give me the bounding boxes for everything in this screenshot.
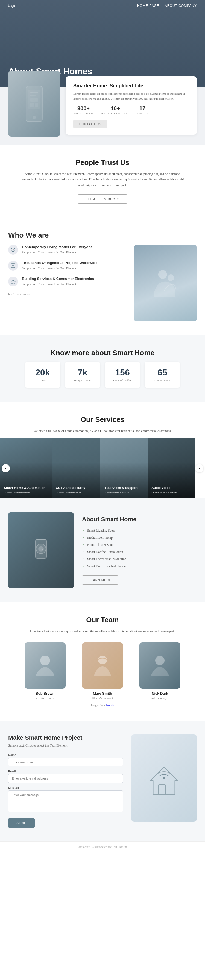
contact-grid: Make Smart Home Project Sample text. Cli… <box>8 734 197 827</box>
stat-awards: 17 AWARDS <box>137 105 148 115</box>
contact-image-inner <box>131 734 197 822</box>
footer-text: Sample text. Click to select the Text El… <box>78 845 128 848</box>
service-card-3: IT Services & Support Ut enim ad minim v… <box>100 438 147 498</box>
team-freepik-note: Images from Freepik <box>8 704 197 707</box>
hero-stats: 300+ HAPPY CLIENTS 10+ YEARS OF EXPERIEN… <box>73 105 189 115</box>
svg-rect-3 <box>30 92 38 93</box>
service-content-1: Smart Home & Automation Ut enim ad minim… <box>0 482 52 498</box>
contact-button[interactable]: CONTACT US <box>73 120 107 128</box>
our-team-title: Our Team <box>8 616 197 624</box>
check-icon-5: ✓ <box>82 557 85 562</box>
svg-point-16 <box>98 655 107 664</box>
services-slider-wrap: ‹ Smart Home & Automation Ut enim ad min… <box>0 438 205 498</box>
who-item-2: Thousands Of Ingenious Projects Worldwid… <box>8 261 128 270</box>
hero-phone-image <box>8 71 60 137</box>
footer: Sample text. Click to select the Text El… <box>0 841 205 852</box>
service-card-2: CCTV and Security Ut enim ad minim venia… <box>52 438 100 498</box>
message-label: Message <box>8 786 123 789</box>
who-item-2-content: Thousands Of Ingenious Projects Worldwid… <box>22 261 97 270</box>
svg-rect-7 <box>35 103 38 107</box>
hero-section: About Smart Homes Smarter Home. Simplifi… <box>0 0 205 145</box>
stat-happy-clients: 300+ HAPPY CLIENTS <box>73 105 94 115</box>
check-icon-2: ✓ <box>82 536 85 540</box>
team-role-bob: creative leader <box>19 696 71 700</box>
stat-ideas: 65 Unique Ideas <box>144 361 180 388</box>
check-icon-6: ✓ <box>82 564 85 568</box>
team-photo-mary <box>82 642 123 689</box>
who-icon-1 <box>8 245 18 255</box>
team-member-nick: Nick Dark sales manager <box>134 642 186 700</box>
team-name-bob: Bob Brown <box>19 691 71 695</box>
contact-section: Make Smart Home Project Sample text. Cli… <box>0 721 205 841</box>
slider-prev-button[interactable]: ‹ <box>2 464 10 473</box>
name-label: Name <box>8 753 123 757</box>
team-grid: Bob Brown creative leader Mary Smith Chi… <box>8 642 197 700</box>
contact-form-wrap: Make Smart Home Project Sample text. Cli… <box>8 734 123 827</box>
list-item-5: ✓Smart Thermostat Installation <box>82 556 197 563</box>
people-trust-title: People Trust Us <box>8 158 197 167</box>
svg-rect-4 <box>30 95 35 96</box>
svg-point-11 <box>168 274 174 281</box>
message-input[interactable] <box>8 791 123 812</box>
team-role-mary: Chief Accountant <box>77 696 128 700</box>
our-team-section: Our Team Ut enim ad minim veniam, quis n… <box>0 602 205 721</box>
our-services-header: Our Services We offer a full range of ho… <box>0 402 205 438</box>
service-content-4: Audio Video Ut enim ad minim veniam. <box>147 482 195 498</box>
services-slider: Smart Home & Automation Ut enim ad minim… <box>0 438 205 498</box>
who-list: Contemporary Living Model For Everyone S… <box>8 245 128 296</box>
people-trust-section: People Trust Us Sample text. Click to se… <box>0 145 205 217</box>
svg-rect-6 <box>30 103 34 107</box>
send-button[interactable]: SEND <box>8 818 35 827</box>
people-trust-text: Sample text. Click to select the Text El… <box>21 171 184 188</box>
learn-more-button[interactable]: LEARN MORE <box>82 575 119 585</box>
svg-point-10 <box>158 270 167 279</box>
service-content-3: IT Services & Support Ut enim ad minim v… <box>100 482 147 498</box>
our-services-text: We offer a full range of home automation… <box>21 428 184 434</box>
service-card-4: Audio Video Ut enim ad minim veniam. <box>147 438 195 498</box>
svg-point-19 <box>163 777 165 779</box>
about-smart-grid: About Smart Home ✓Smart Lighting Setup ✓… <box>8 512 197 589</box>
contact-title: Make Smart Home Project <box>8 734 123 741</box>
name-input[interactable] <box>8 758 123 767</box>
nav-about[interactable]: ABOUT COMPANY <box>165 4 197 8</box>
hero-card-container: Smarter Home. Simplified Life. Lorem ips… <box>0 71 205 145</box>
team-photo-bob <box>25 642 66 689</box>
hero-card-description: Lorem ipsum dolor sit amet, consectetur … <box>73 91 189 101</box>
know-more-section: Know more about Smart Home 20k Tasks 7k … <box>0 335 205 402</box>
hero-card-tagline: Smarter Home. Simplified Life. <box>73 83 189 89</box>
who-grid: Contemporary Living Model For Everyone S… <box>8 245 197 321</box>
nav-links: HOME PAGE ABOUT COMPANY <box>137 4 197 8</box>
nav-home[interactable]: HOME PAGE <box>137 4 159 8</box>
slider-next-button[interactable]: › <box>195 464 203 473</box>
list-item-3: ✓Home Theater Setup <box>82 541 197 549</box>
our-services-section: Our Services We offer a full range of ho… <box>0 402 205 498</box>
who-image-inner <box>134 245 197 321</box>
who-item-3: Building Services & Consumer Electronics… <box>8 277 128 286</box>
nav-logo: logo <box>8 4 15 8</box>
email-input[interactable] <box>8 774 123 783</box>
team-freepik-link[interactable]: Freepik <box>106 704 114 707</box>
who-we-are-title: Who We are <box>8 231 197 239</box>
stat-coffee: 156 Cups of Coffee <box>105 361 140 388</box>
check-icon-3: ✓ <box>82 543 85 547</box>
freepik-link[interactable]: Freepik <box>22 293 30 296</box>
hero-info-card: Smarter Home. Simplified Life. Lorem ips… <box>66 76 197 135</box>
stat-happy-clients-2: 7k Happy Clients <box>65 361 100 388</box>
list-item-2: ✓Media Room Setup <box>82 535 197 541</box>
svg-rect-18 <box>159 785 165 794</box>
contact-image <box>131 734 197 822</box>
who-item-1-content: Contemporary Living Model For Everyone S… <box>22 245 93 255</box>
who-image <box>134 245 197 321</box>
team-photo-nick <box>139 642 180 689</box>
freepik-note: Image from Freepik <box>8 293 128 296</box>
who-item-3-content: Building Services & Consumer Electronics… <box>22 277 94 286</box>
who-icon-2 <box>8 261 18 270</box>
about-smart-image <box>8 512 74 589</box>
see-all-products-button[interactable]: SEE ALL PRODUCTS <box>78 194 127 204</box>
form-group-message: Message <box>8 786 123 813</box>
our-services-title: Our Services <box>8 415 197 424</box>
team-name-nick: Nick Dark <box>134 691 186 695</box>
form-group-name: Name <box>8 753 123 767</box>
about-smart-title: About Smart Home <box>82 516 197 523</box>
svg-point-15 <box>40 655 50 665</box>
